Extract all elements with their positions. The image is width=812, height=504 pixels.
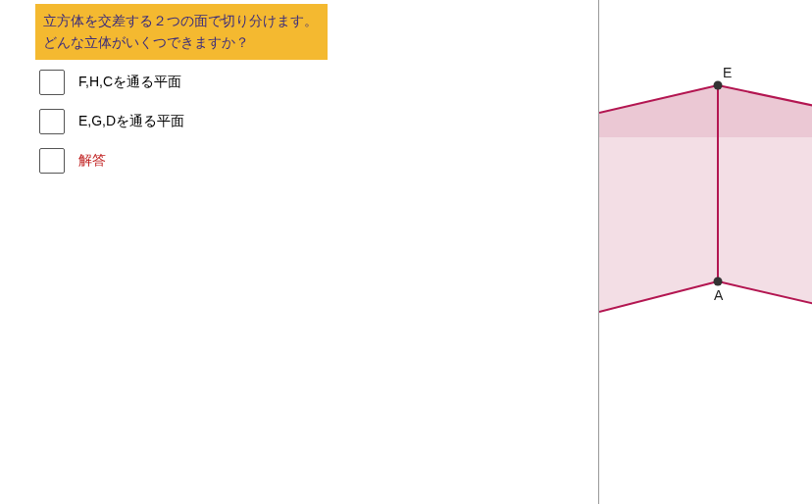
app-root: 立方体を交差する２つの面で切り分けます。 どんな立体がいくつできますか？ F,H… bbox=[0, 0, 812, 504]
option-label-answer: 解答 bbox=[78, 152, 106, 170]
vertex-label-e: E bbox=[723, 65, 732, 80]
cube-right-face bbox=[718, 85, 812, 304]
option-label-fhc: F,H,Cを通る平面 bbox=[78, 74, 181, 91]
geometry-svg: E A bbox=[599, 0, 812, 504]
option-row-egd: E,G,Dを通る平面 bbox=[39, 109, 598, 134]
prompt-line-2: どんな立体がいくつできますか？ bbox=[43, 31, 318, 53]
checkbox-egd[interactable] bbox=[39, 109, 65, 134]
prompt-box: 立方体を交差する２つの面で切り分けます。 どんな立体がいくつできますか？ bbox=[35, 4, 328, 60]
option-label-egd: E,G,Dを通る平面 bbox=[78, 113, 184, 130]
options-list: F,H,Cを通る平面 E,G,Dを通る平面 解答 bbox=[39, 70, 598, 174]
option-row-answer: 解答 bbox=[39, 148, 598, 174]
option-row-fhc: F,H,Cを通る平面 bbox=[39, 70, 598, 95]
vertex-point-a[interactable] bbox=[714, 277, 723, 286]
checkbox-answer[interactable] bbox=[39, 148, 65, 174]
vertex-point-e[interactable] bbox=[714, 81, 723, 90]
cube-left-face bbox=[599, 85, 718, 312]
prompt-line-1: 立方体を交差する２つの面で切り分けます。 bbox=[43, 10, 318, 31]
geometry-panel[interactable]: E A bbox=[598, 0, 812, 504]
vertex-label-a: A bbox=[714, 287, 724, 303]
left-panel: 立方体を交差する２つの面で切り分けます。 どんな立体がいくつできますか？ F,H… bbox=[0, 0, 598, 504]
checkbox-fhc[interactable] bbox=[39, 70, 65, 95]
